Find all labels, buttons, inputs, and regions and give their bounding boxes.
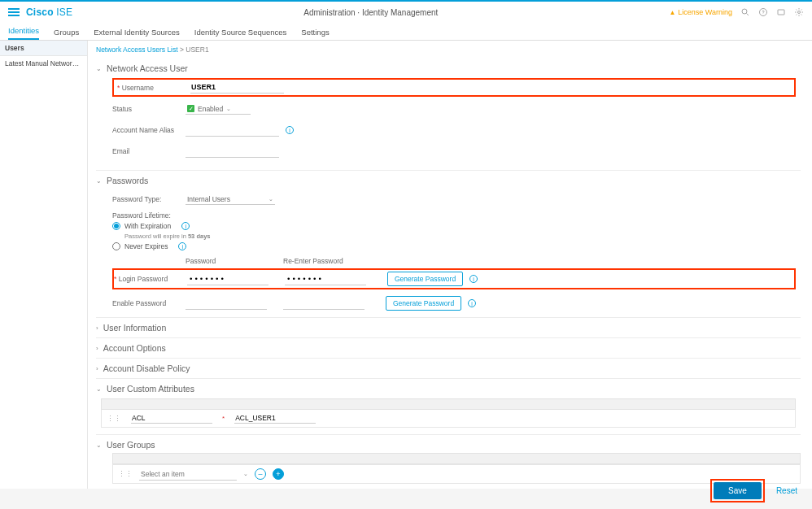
notifications-icon[interactable] xyxy=(776,7,786,17)
svg-rect-4 xyxy=(778,10,784,15)
reenter-col: Re-Enter Password xyxy=(283,257,381,265)
attr-value-field[interactable] xyxy=(234,413,316,424)
section-header-user-info[interactable]: ›User Information xyxy=(96,323,801,333)
password-type-label: Password Type: xyxy=(112,195,186,203)
enable-password-reenter-field[interactable] xyxy=(283,298,365,310)
svg-point-0 xyxy=(742,9,747,14)
section-header-passwords[interactable]: ⌄ Passwords xyxy=(96,176,801,185)
main-tabs: Identities Groups External Identity Sour… xyxy=(0,23,812,41)
login-password-reenter-field[interactable] xyxy=(285,273,366,285)
tab-groups[interactable]: Groups xyxy=(54,28,79,40)
section-header-account-disable[interactable]: ›Account Disable Policy xyxy=(96,363,801,373)
chevron-right-icon: › xyxy=(96,345,98,352)
section-header-nau[interactable]: ⌄ Network Access User xyxy=(96,63,801,73)
attr-name-field[interactable] xyxy=(131,413,212,424)
breadcrumb-parent[interactable]: Network Access Users List xyxy=(96,46,178,54)
login-password-field[interactable] xyxy=(187,273,268,285)
section-header-user-groups[interactable]: ⌄User Groups xyxy=(96,440,801,450)
help-icon[interactable]: ? xyxy=(758,7,768,17)
chevron-right-icon: › xyxy=(96,365,98,372)
reset-button[interactable]: Reset xyxy=(776,486,797,495)
status-label: Status xyxy=(112,105,186,113)
enable-password-field[interactable] xyxy=(186,298,267,310)
chevron-down-icon: ⌄ xyxy=(96,442,102,449)
svg-line-1 xyxy=(747,14,749,16)
radio-never-expires[interactable] xyxy=(112,242,120,250)
username-label: Username xyxy=(117,84,190,92)
password-col: Password xyxy=(186,257,283,265)
chevron-right-icon: › xyxy=(96,324,98,332)
svg-point-5 xyxy=(798,11,801,14)
remove-group-button[interactable]: – xyxy=(255,468,266,480)
alias-field[interactable] xyxy=(186,124,279,137)
chevron-down-icon: ⌄ xyxy=(226,106,231,112)
brand-logo: Cisco ISE xyxy=(26,7,72,18)
breadcrumb: Network Access Users List > USER1 xyxy=(96,46,801,54)
tab-identities[interactable]: Identities xyxy=(8,26,39,40)
email-field[interactable] xyxy=(186,146,279,158)
info-icon[interactable] xyxy=(286,126,294,134)
tab-external-sources[interactable]: External Identity Sources xyxy=(94,28,180,40)
group-select[interactable] xyxy=(139,468,237,481)
login-password-label: Login Password xyxy=(114,275,187,283)
sidebar-item-users[interactable]: Users xyxy=(0,41,87,56)
username-field[interactable] xyxy=(190,81,284,94)
section-header-account-options[interactable]: ›Account Options xyxy=(96,343,801,353)
breadcrumb-current: USER1 xyxy=(186,46,208,54)
sidebar-item-scan-results[interactable]: Latest Manual Network Scan Res… xyxy=(0,56,87,71)
side-nav: Users Latest Manual Network Scan Res… xyxy=(0,41,88,489)
chevron-down-icon: ⌄ xyxy=(243,471,248,477)
enabled-check-icon: ✓ xyxy=(187,105,194,112)
radio-with-expiration[interactable] xyxy=(112,222,120,230)
license-warning[interactable]: License Warning xyxy=(669,8,732,16)
attr-toolbar xyxy=(101,398,796,410)
search-icon[interactable] xyxy=(740,7,750,17)
enable-password-label: Enable Password xyxy=(112,299,186,307)
settings-icon[interactable] xyxy=(794,7,804,17)
chevron-down-icon: ⌄ xyxy=(96,65,102,72)
alias-label: Account Name Alias xyxy=(112,126,186,134)
info-icon[interactable] xyxy=(469,275,478,283)
tab-settings[interactable]: Settings xyxy=(301,28,329,40)
save-button[interactable]: Save xyxy=(714,482,762,499)
drag-handle-icon[interactable]: ⋮⋮ xyxy=(118,470,133,478)
page-title: Administration · Identity Management xyxy=(72,8,669,17)
password-type-select[interactable]: Internal Users ⌄ xyxy=(186,194,275,205)
info-icon[interactable] xyxy=(181,222,190,230)
chevron-down-icon: ⌄ xyxy=(96,177,102,185)
generate-password-button[interactable]: Generate Password xyxy=(387,272,463,286)
email-label: Email xyxy=(112,147,186,155)
tab-source-sequences[interactable]: Identity Source Sequences xyxy=(194,28,287,40)
status-select[interactable]: ✓ Enabled ⌄ xyxy=(186,104,251,115)
info-icon[interactable] xyxy=(468,299,476,307)
chevron-down-icon: ⌄ xyxy=(96,385,102,393)
info-icon[interactable] xyxy=(178,242,186,250)
chevron-down-icon: ⌄ xyxy=(268,196,273,202)
menu-icon[interactable] xyxy=(8,8,20,16)
svg-text:?: ? xyxy=(762,10,764,15)
add-group-button[interactable]: + xyxy=(273,468,284,480)
password-lifetime-label: Password Lifetime: xyxy=(112,211,796,220)
groups-toolbar xyxy=(112,453,801,464)
generate-password-button[interactable]: Generate Password xyxy=(386,296,461,311)
section-header-custom-attrs[interactable]: ⌄User Custom Attributes xyxy=(96,384,801,394)
drag-handle-icon[interactable]: ⋮⋮ xyxy=(107,415,121,423)
